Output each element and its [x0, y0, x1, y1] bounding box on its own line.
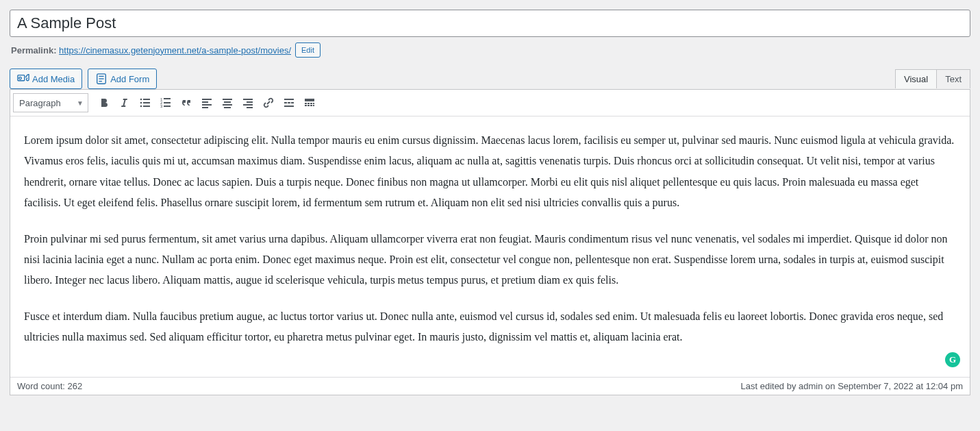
toolbar-toggle-button[interactable]: [299, 93, 320, 113]
permalink-link[interactable]: https://cinemasux.getenjoyment.net/a-sam…: [59, 45, 291, 56]
svg-rect-17: [164, 106, 171, 107]
add-form-button[interactable]: Add Form: [88, 69, 157, 89]
svg-rect-30: [284, 99, 294, 100]
content-editor[interactable]: Lorem ipsum dolor sit amet, consectetur …: [10, 116, 970, 377]
svg-rect-33: [291, 102, 294, 103]
align-center-icon: [221, 96, 234, 110]
content-paragraph: Proin pulvinar mi sed purus fermentum, s…: [24, 229, 956, 291]
tab-text[interactable]: Text: [936, 69, 970, 88]
permalink-label: Permalink:: [11, 45, 56, 56]
svg-rect-22: [223, 99, 232, 100]
word-count: Word count: 262: [17, 381, 82, 391]
status-bar: Word count: 262 Last edited by admin on …: [10, 377, 970, 395]
svg-point-1: [19, 77, 22, 79]
svg-rect-25: [224, 107, 231, 108]
add-media-label: Add Media: [32, 74, 75, 84]
svg-rect-29: [247, 107, 253, 108]
svg-rect-40: [305, 105, 307, 106]
svg-rect-18: [202, 99, 212, 100]
svg-point-10: [140, 106, 142, 108]
content-paragraph: Fusce et interdum diam. Nulla faucibus p…: [24, 306, 956, 348]
chevron-down-icon: ▼: [77, 99, 84, 107]
bullet-list-icon: [138, 96, 152, 110]
blockquote-button[interactable]: [176, 93, 197, 113]
svg-rect-34: [284, 106, 294, 107]
svg-point-8: [140, 102, 142, 104]
svg-rect-26: [243, 99, 253, 100]
svg-rect-36: [305, 103, 307, 104]
toolbar-toggle-icon: [303, 96, 316, 110]
link-icon: [262, 96, 275, 110]
svg-point-6: [140, 99, 142, 101]
svg-rect-43: [313, 105, 314, 106]
svg-rect-13: [164, 98, 171, 99]
svg-rect-15: [164, 102, 171, 103]
italic-icon: [118, 96, 131, 110]
link-button[interactable]: [258, 93, 279, 113]
svg-text:3: 3: [160, 104, 163, 108]
svg-rect-23: [224, 101, 231, 103]
add-form-label: Add Form: [110, 74, 149, 84]
format-select-value: Paragraph: [19, 98, 61, 108]
svg-rect-19: [202, 101, 208, 103]
svg-rect-32: [288, 102, 290, 103]
svg-rect-20: [202, 104, 212, 106]
svg-rect-27: [247, 101, 253, 103]
numbered-list-icon: 123: [159, 96, 173, 110]
svg-rect-28: [243, 104, 253, 106]
align-right-button[interactable]: [238, 93, 258, 113]
italic-button[interactable]: [114, 93, 135, 113]
svg-rect-38: [310, 103, 312, 104]
svg-rect-37: [307, 103, 310, 104]
bold-icon: [97, 96, 111, 110]
format-select[interactable]: Paragraph ▼: [13, 93, 88, 112]
svg-rect-24: [223, 104, 232, 106]
bullet-list-button[interactable]: [135, 93, 155, 113]
camera-music-icon: [17, 73, 29, 85]
align-left-button[interactable]: [197, 93, 217, 113]
post-title-input[interactable]: [10, 10, 970, 37]
edit-permalink-button[interactable]: Edit: [295, 42, 321, 58]
tab-visual[interactable]: Visual: [895, 69, 937, 88]
quote-icon: [179, 96, 193, 110]
svg-rect-9: [143, 102, 150, 103]
form-icon: [95, 73, 108, 85]
svg-rect-11: [143, 106, 150, 107]
read-more-button[interactable]: [279, 93, 299, 113]
svg-rect-42: [310, 105, 312, 106]
svg-rect-31: [284, 102, 287, 103]
read-more-icon: [282, 96, 296, 110]
svg-rect-41: [307, 105, 310, 106]
numbered-list-button[interactable]: 123: [155, 93, 176, 113]
svg-rect-35: [305, 99, 314, 101]
align-left-icon: [200, 96, 214, 110]
align-center-button[interactable]: [217, 93, 238, 113]
editor-wrap: Paragraph ▼ 123 Lorem ipsum dolor sit am…: [10, 89, 970, 395]
editor-toolbar: Paragraph ▼ 123: [10, 90, 970, 116]
align-right-icon: [241, 96, 255, 110]
svg-rect-39: [313, 103, 314, 104]
last-edited: Last edited by admin on September 7, 202…: [741, 381, 964, 391]
bold-button[interactable]: [94, 93, 114, 113]
content-paragraph: Lorem ipsum dolor sit amet, consectetur …: [24, 130, 956, 214]
svg-rect-21: [202, 107, 208, 108]
permalink-row: Permalink: https://cinemasux.getenjoymen…: [10, 42, 970, 58]
add-media-button[interactable]: Add Media: [10, 69, 82, 89]
grammarly-badge[interactable]: G: [945, 352, 960, 367]
svg-rect-7: [143, 99, 150, 100]
